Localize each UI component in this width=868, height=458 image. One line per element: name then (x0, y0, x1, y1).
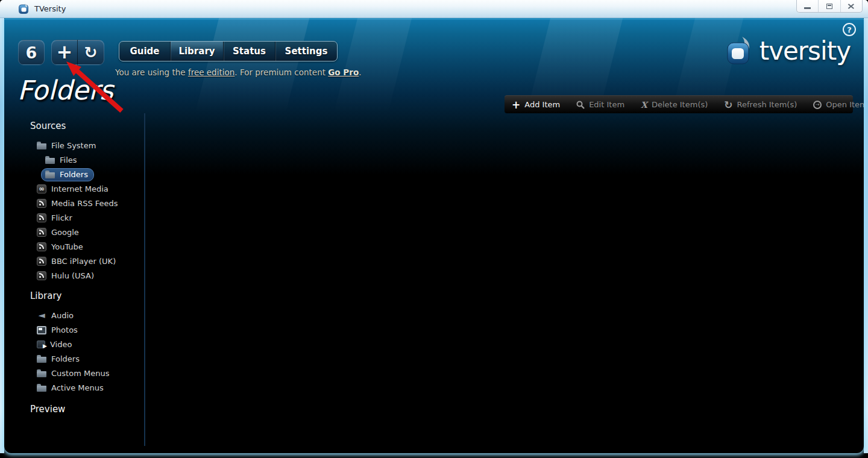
tversity-home-icon: 6 (26, 43, 37, 62)
sidebar-item-youtube[interactable]: YouTube (30, 240, 142, 254)
app-icon (18, 3, 30, 14)
window-frame-left (0, 18, 4, 453)
magnifier-icon (576, 101, 585, 109)
delete-x-icon: X (641, 100, 647, 110)
item-toolbar: + Add Item Edit Item X Delete Item(s) ↻ … (505, 95, 853, 113)
tab-settings[interactable]: Settings (275, 42, 337, 61)
rss-icon (37, 228, 46, 237)
notice-middle: . For premium content (234, 67, 328, 77)
sidebar-item-files[interactable]: Files (30, 153, 142, 168)
add-item-button[interactable]: + Add Item (512, 99, 560, 111)
folder-icon (37, 371, 46, 377)
speaker-icon: ◄ (37, 311, 46, 320)
refresh-items-button[interactable]: ↻ Refresh Item(s) (724, 99, 797, 111)
window-title: TVersity (34, 4, 66, 13)
sidebar-item-active-menus[interactable]: Active Menus (30, 381, 142, 395)
internet-media-icon: ∞ (37, 184, 46, 193)
sidebar-item-flickr[interactable]: Flickr (30, 211, 142, 225)
folder-icon (45, 158, 55, 164)
folder-icon (37, 143, 46, 149)
sidebar-item-media-rss-feeds[interactable]: Media RSS Feeds (30, 196, 142, 211)
window-frame-right (864, 18, 868, 453)
sidebar-item-google[interactable]: Google (30, 225, 142, 240)
window-controls: × (796, 0, 863, 13)
close-button[interactable]: × (840, 0, 862, 12)
rss-icon (37, 271, 46, 280)
rss-icon (37, 199, 46, 208)
nav-tabs: Guide Library Status Settings (119, 41, 338, 61)
delete-items-button[interactable]: X Delete Item(s) (641, 100, 708, 110)
tab-library[interactable]: Library (170, 42, 223, 61)
go-pro-link[interactable]: Go Pro (328, 67, 359, 77)
folder-icon (37, 386, 46, 392)
minimize-icon (804, 7, 811, 9)
maximize-icon (826, 4, 832, 9)
tversity-window: TVersity × 6 + ↻ Guide Library (0, 0, 868, 458)
minimize-button[interactable] (797, 0, 818, 12)
sidebar-item-library-folders[interactable]: Folders (30, 352, 142, 366)
sidebar-item-photos[interactable]: Photos (30, 323, 142, 337)
maximize-button[interactable] (818, 0, 840, 12)
edition-notice: You are using the free edition. For prem… (115, 67, 361, 77)
notice-suffix: . (359, 67, 361, 77)
section-header-sources: Sources (30, 121, 142, 131)
section-header-library: Library (30, 290, 142, 301)
sidebar-item-video[interactable]: ▶ Video (30, 337, 142, 352)
section-header-preview: Preview (30, 404, 142, 415)
photos-icon (37, 326, 46, 334)
plus-icon: + (512, 99, 520, 111)
sidebar-item-internet-media[interactable]: ∞ Internet Media (30, 182, 142, 196)
open-item-button[interactable]: → Open Item (813, 100, 864, 109)
tversity-logo: tversity (726, 35, 851, 66)
sidebar: Sources File System Files Folders ∞ Inte… (30, 121, 142, 415)
rss-icon (37, 213, 46, 222)
sidebar-item-file-system[interactable]: File System (30, 139, 142, 153)
sidebar-item-folders[interactable]: Folders (30, 168, 142, 182)
sidebar-divider (144, 113, 145, 446)
edit-item-button[interactable]: Edit Item (576, 100, 624, 109)
sidebar-item-bbc-iplayer[interactable]: BBC iPlayer (UK) (30, 254, 142, 269)
logo-wordmark: tversity (760, 36, 851, 66)
close-icon: × (847, 2, 856, 10)
open-arrow-icon: → (813, 101, 822, 109)
refresh-icon: ↻ (724, 99, 732, 111)
folder-icon (45, 172, 55, 178)
home-button[interactable]: 6 (18, 40, 45, 65)
title-bar: TVersity × (0, 0, 868, 18)
rss-icon (37, 242, 46, 251)
tversity-logo-icon (726, 36, 753, 66)
sidebar-item-audio[interactable]: ◄ Audio (30, 309, 142, 323)
sidebar-item-hulu[interactable]: Hulu (USA) (30, 269, 142, 283)
sidebar-item-custom-menus[interactable]: Custom Menus (30, 366, 142, 381)
folder-icon (37, 357, 46, 363)
help-icon: ? (847, 25, 852, 34)
rss-icon (37, 257, 46, 266)
app-content: 6 + ↻ Guide Library Status Settings You … (4, 18, 864, 453)
free-edition-link[interactable]: free edition (188, 67, 234, 77)
tab-status[interactable]: Status (223, 42, 275, 61)
annotation-arrow-icon (61, 58, 129, 116)
help-button[interactable]: ? (843, 23, 856, 36)
video-icon: ▶ (37, 340, 45, 348)
